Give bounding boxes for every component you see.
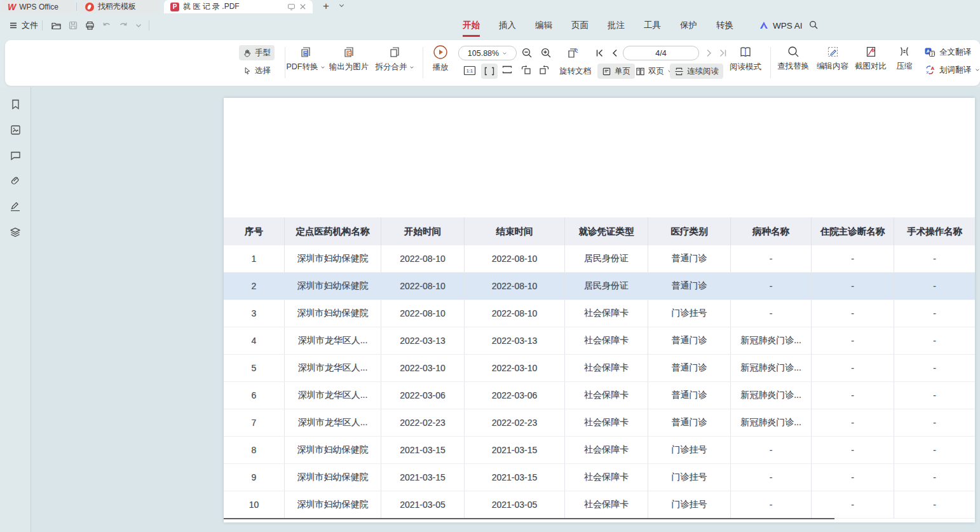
close-tab-icon[interactable]	[299, 3, 306, 10]
table-cell: -	[894, 273, 975, 299]
single-page-label: 单页	[615, 66, 630, 77]
zoom-out-button[interactable]	[521, 47, 533, 59]
tab-wps-office[interactable]: W WPS Office	[1, 0, 75, 13]
export-image-button[interactable]: 输出为图片	[323, 45, 374, 72]
undo-icon[interactable]	[102, 20, 112, 31]
first-page-button[interactable]	[595, 48, 604, 58]
rotate-right-button[interactable]	[538, 64, 550, 75]
actual-size-button[interactable]: 1:1	[463, 65, 476, 76]
table-cell: 社会保障卡	[565, 491, 648, 518]
table-cell: 2022-08-10	[465, 273, 565, 299]
single-page-button[interactable]: 单页	[597, 64, 635, 79]
zoom-in-button[interactable]	[540, 47, 552, 59]
redo-icon[interactable]	[118, 20, 128, 31]
thumbnail-icon[interactable]	[10, 124, 22, 136]
tab-list-chevron-icon[interactable]	[338, 2, 345, 9]
table-cell: 普通门诊	[648, 327, 731, 354]
attachment-icon[interactable]	[10, 175, 22, 187]
layers-icon[interactable]	[9, 226, 22, 239]
table-row[interactable]: 1深圳市妇幼保健院2022-08-102022-08-10居民身份证普通门诊--…	[224, 245, 975, 273]
table-cell: 社会保障卡	[565, 327, 648, 354]
table-cell: -	[894, 491, 975, 518]
page-indicator-input[interactable]: 4/4	[623, 46, 699, 60]
table-row[interactable]: 7深圳市龙华区人...2022-02-232022-02-23社会保障卡普通门诊…	[224, 409, 975, 437]
wps-pdf-window: W WPS Office 找稻壳模板 P 就 医 记 录 .PDF +	[0, 0, 980, 532]
table-cell: 深圳市龙华区人...	[285, 382, 381, 409]
menu-item-转换[interactable]: 转换	[716, 13, 733, 38]
rotate-left-icon	[521, 64, 532, 75]
zoom-level-select[interactable]: 105.88%	[458, 46, 517, 60]
play-button[interactable]: 播放	[427, 44, 454, 73]
save-icon[interactable]	[68, 20, 78, 31]
menu-item-编辑[interactable]: 编辑	[535, 13, 552, 38]
new-tab-button[interactable]: +	[323, 0, 329, 13]
edit-content-button[interactable]: 编辑内容	[810, 45, 855, 72]
full-translate-button[interactable]: A 字 全文翻译	[924, 46, 971, 58]
book-icon	[738, 45, 752, 59]
menu-item-开始[interactable]: 开始	[463, 13, 480, 38]
table-cell: -	[731, 437, 812, 463]
previous-page-button[interactable]	[610, 48, 620, 58]
table-cell: 4	[224, 327, 285, 354]
menu-item-批注[interactable]: 批注	[608, 13, 625, 38]
continuous-read-button[interactable]: 连续阅读	[670, 64, 723, 79]
table-row[interactable]: 6深圳市龙华区人...2022-03-062022-03-06社会保障卡普通门诊…	[224, 382, 975, 409]
table-row[interactable]: 2深圳市妇幼保健院2022-08-102022-08-10居民身份证普通门诊--…	[224, 273, 975, 300]
fit-width-button[interactable]	[481, 64, 498, 79]
open-file-icon[interactable]	[51, 20, 62, 31]
table-row[interactable]: 9深圳市妇幼保健院2021-03-152021-03-15社会保障卡门诊挂号--…	[224, 464, 975, 491]
menu-item-插入[interactable]: 插入	[499, 13, 516, 38]
table-row[interactable]: 4深圳市龙华区人...2022-03-132022-03-13社会保障卡普通门诊…	[224, 327, 975, 355]
svg-text:x: x	[927, 69, 929, 75]
table-cell: -	[894, 382, 975, 409]
tab-medical-record-pdf[interactable]: P 就 医 记 录 .PDF	[164, 0, 313, 13]
read-mode-button[interactable]: 阅读模式	[726, 45, 765, 72]
chevron-down-icon	[502, 51, 507, 56]
table-row[interactable]: 3深圳市妇幼保健院2022-08-102022-08-10社会保障卡门诊挂号--…	[224, 300, 975, 327]
table-header-cell: 就诊凭证类型	[565, 217, 648, 245]
next-page-button[interactable]	[704, 48, 714, 58]
file-menu-button[interactable]: 文件	[9, 20, 38, 31]
wps-ai-button[interactable]: WPS AI	[759, 13, 803, 38]
monitor-icon[interactable]	[287, 3, 296, 11]
tab-docer-templates[interactable]: 找稻壳模板	[79, 0, 160, 13]
select-tool-button[interactable]: 选择	[239, 63, 275, 78]
bookmark-icon[interactable]	[10, 99, 22, 111]
cursor-icon	[243, 66, 252, 76]
split-merge-button[interactable]: 拆分合并	[369, 45, 420, 72]
menu-item-工具[interactable]: 工具	[644, 13, 661, 38]
print-icon[interactable]	[85, 20, 95, 31]
word-translate-button[interactable]: x A 划词翻译	[924, 64, 980, 76]
table-header-cell: 定点医药机构名称	[285, 217, 381, 245]
medical-records-table: 序号定点医药机构名称开始时间结束时间就诊凭证类型医疗类别病种名称住院主诊断名称手…	[224, 217, 975, 519]
find-replace-button[interactable]: 查找替换	[771, 45, 815, 72]
menu-item-保护[interactable]: 保护	[680, 13, 697, 38]
table-header-row: 序号定点医药机构名称开始时间结束时间就诊凭证类型医疗类别病种名称住院主诊断名称手…	[224, 217, 975, 245]
menu-search-icon[interactable]	[808, 20, 819, 30]
table-header-cell: 结束时间	[465, 217, 565, 245]
quick-access-chevron-icon[interactable]	[135, 22, 142, 29]
table-row[interactable]: 10深圳市妇幼保健院2021-03-052021-03-05社会保障卡门诊挂号-…	[224, 491, 975, 519]
double-page-button[interactable]: 双页	[636, 64, 672, 79]
signature-icon[interactable]	[9, 200, 22, 213]
read-mode-label: 阅读模式	[730, 62, 761, 72]
word-translate-icon: x A	[924, 64, 936, 76]
screenshot-compare-button[interactable]: 截图对比	[850, 45, 892, 72]
continuous-read-icon	[674, 67, 684, 76]
pdf-convert-icon	[299, 45, 313, 59]
compress-button[interactable]: 压缩	[890, 45, 918, 72]
divider	[423, 47, 423, 78]
hand-tool-button[interactable]: 手型	[239, 45, 275, 60]
table-header-cell: 病种名称	[731, 217, 812, 245]
comment-icon[interactable]	[10, 149, 22, 161]
table-cell: -	[894, 245, 975, 272]
screenshot-compare-label: 截图对比	[855, 61, 887, 72]
table-row[interactable]: 5深圳市龙华区人...2022-03-102022-03-10社会保障卡普通门诊…	[224, 355, 975, 382]
rotate-left-button[interactable]	[521, 64, 532, 75]
reflow-pages-button[interactable]	[566, 46, 580, 60]
table-row[interactable]: 8深圳市妇幼保健院2021-03-152021-03-15社会保障卡门诊挂号--…	[224, 437, 975, 464]
rotate-doc-label[interactable]: 旋转文档	[559, 66, 591, 77]
pages-refresh-icon	[566, 46, 580, 60]
fit-page-button[interactable]	[501, 65, 513, 74]
menu-item-页面[interactable]: 页面	[571, 13, 589, 38]
